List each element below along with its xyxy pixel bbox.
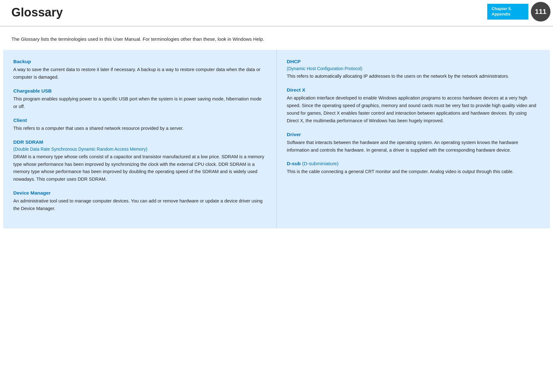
term-title-backup: Backup xyxy=(13,59,266,64)
term-block-client: ClientThis refers to a computer that use… xyxy=(13,118,266,132)
term-block-backup: BackupA way to save the current data to … xyxy=(13,59,266,81)
term-subtitle-dhcp: (Dynamic Host Configuration Protocol) xyxy=(287,66,540,71)
content-area: BackupA way to save the current data to … xyxy=(3,50,550,228)
term-subtitle-ddr-sdram: (Double Data Rate Synchronous Dynamic Ra… xyxy=(13,147,266,152)
term-body-backup: A way to save the current data to restor… xyxy=(13,66,266,81)
term-body-driver: Software that interacts between the hard… xyxy=(287,139,540,154)
term-title-dhcp: DHCP xyxy=(287,59,540,64)
right-column: DHCP(Dynamic Host Configuration Protocol… xyxy=(277,50,550,228)
header-right: Chapter 5. Appendix 111 xyxy=(487,0,553,23)
page-header: Glossary Chapter 5. Appendix 111 xyxy=(0,0,553,27)
left-column: BackupA way to save the current data to … xyxy=(3,50,277,228)
term-block-chargeable-usb: Chargeable USBThis program enables suppl… xyxy=(13,88,266,111)
chapter-line1: Chapter 5. xyxy=(492,6,512,12)
term-title-chargeable-usb: Chargeable USB xyxy=(13,88,266,94)
term-body-ddr-sdram: DRAM is a memory type whose cells consis… xyxy=(13,153,266,184)
term-block-direct-x: Direct XAn application interface develop… xyxy=(287,87,540,125)
term-block-dhcp: DHCP(Dynamic Host Configuration Protocol… xyxy=(287,59,540,80)
term-block-device-manager: Device ManagerAn administrative tool use… xyxy=(13,190,266,213)
term-body-device-manager: An administrative tool used to manage co… xyxy=(13,197,266,213)
term-body-chargeable-usb: This program enables supplying power to … xyxy=(13,95,266,111)
page-number: 111 xyxy=(531,2,550,21)
term-title-ddr-sdram: DDR SDRAM xyxy=(13,139,266,145)
term-title-client: Client xyxy=(13,118,266,123)
term-title-device-manager: Device Manager xyxy=(13,190,266,196)
term-block-ddr-sdram: DDR SDRAM(Double Data Rate Synchronous D… xyxy=(13,139,266,184)
term-title-driver: Driver xyxy=(287,132,540,137)
term-body-dhcp: This refers to automatically allocating … xyxy=(287,73,540,80)
term-body-client: This refers to a computer that uses a sh… xyxy=(13,125,266,132)
intro-text: The Glossary lists the terminologies use… xyxy=(0,27,553,50)
term-body-direct-x: An application interface developed to en… xyxy=(287,94,540,125)
page-title: Glossary xyxy=(0,0,487,23)
term-body-d-sub: This is the cable connecting a general C… xyxy=(287,168,540,176)
term-block-d-sub: D-sub (D-subminiature)This is the cable … xyxy=(287,161,540,176)
term-title-direct-x: Direct X xyxy=(287,87,540,93)
term-title-d-sub: D-sub (D-subminiature) xyxy=(287,161,540,166)
chapter-badge: Chapter 5. Appendix xyxy=(487,4,528,20)
chapter-line2: Appendix xyxy=(492,12,510,17)
term-block-driver: DriverSoftware that interacts between th… xyxy=(287,132,540,154)
